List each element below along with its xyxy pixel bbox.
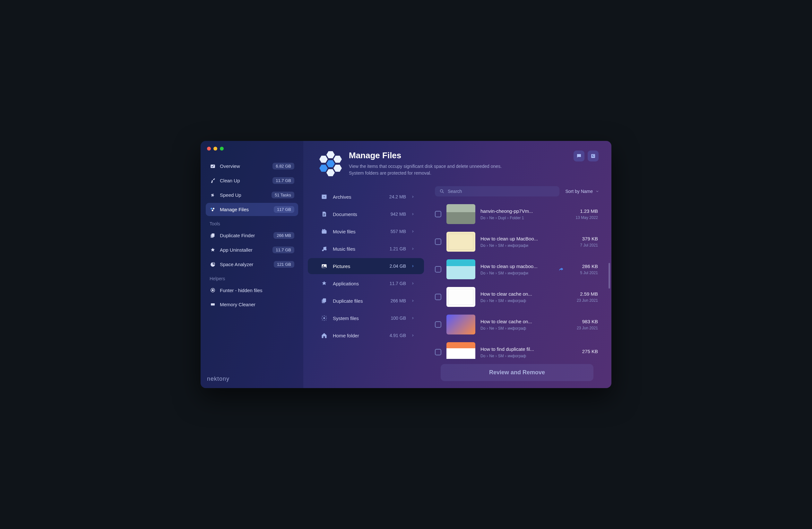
app-window: Overview 6.82 GB Clean Up 11.7 GB Speed … [201,141,611,388]
file-path: Do › Ne › Dupl › Folder 1 [480,216,564,220]
file-name: How to clear cache on... [480,291,564,297]
category-archives[interactable]: Archives 24.2 MB [308,189,424,205]
file-path: Do › Ne › SM › инфограф [480,326,564,331]
svg-point-26 [440,190,443,192]
file-date: 5 Jul 2021 [569,271,598,275]
category-size: 942 MB [383,212,406,217]
category-label: Home folder [333,333,378,338]
file-row[interactable]: How to clean up macboo... Do › Ne › SM ›… [432,256,601,283]
main-pane: Manage Files View the items that occupy … [303,141,611,388]
file-checkbox[interactable] [435,321,441,328]
svg-point-2 [213,208,214,209]
svg-point-19 [322,250,323,251]
category-size: 11.7 GB [383,281,406,286]
maximize-window-button[interactable] [220,147,224,151]
space-icon [209,261,216,268]
file-checkbox[interactable] [435,239,441,245]
sidebar-item-speed-up[interactable]: Speed Up 51 Tasks [206,188,298,202]
category-music-files[interactable]: Music files 1.21 GB [308,241,424,257]
duplicate-icon [209,232,216,239]
file-row[interactable]: How to clear cache on... Do › Ne › SM › … [432,283,601,311]
file-row[interactable]: How to find duplicate fil... Do › Ne › S… [432,338,601,359]
sidebar-item-overview[interactable]: Overview 6.82 GB [206,159,298,173]
review-remove-button[interactable]: Review and Remove [441,364,593,381]
file-meta: 275 KB [569,348,598,356]
category-system-files[interactable]: System files 100 GB [308,310,424,326]
overview-icon [209,163,216,170]
header: Manage Files View the items that occupy … [303,141,611,184]
sidebar-item-memory-cleaner[interactable]: Memory Cleaner [206,298,298,311]
file-info: How to clear cache on... Do › Ne › SM › … [480,319,564,331]
svg-point-22 [323,265,324,266]
chevron-down-icon [595,189,599,193]
category-duplicate-files[interactable]: Duplicate files 266 MB [308,293,424,309]
category-documents[interactable]: Documents 942 MB [308,206,424,222]
sidebar-item-label: Space Analyzer [220,262,270,267]
file-size: 2.59 MB [569,291,598,297]
sort-dropdown[interactable]: Sort by Name [565,189,599,194]
file-size: 1.23 MB [569,208,598,214]
category-pictures[interactable]: Pictures 2.04 GB [308,258,424,274]
minimize-window-button[interactable] [214,147,217,151]
sidebar-item-manage-files[interactable]: Manage Files 117 GB [206,203,298,216]
svg-rect-10 [592,155,593,156]
file-thumbnail [447,259,475,279]
category-applications[interactable]: Applications 11.7 GB [308,275,424,291]
category-size: 266 MB [383,298,406,303]
category-home-folder[interactable]: Home folder 4.91 GB [308,327,424,343]
cleanup-icon [209,177,216,184]
file-checkbox[interactable] [435,349,441,355]
file-info: How to clear cache on... Do › Ne › SM › … [480,291,564,303]
sidebar-item-badge: 121 GB [274,261,294,268]
sidebar-item-funter-hidden-files[interactable]: Funter - hidden files [206,284,298,297]
news-button[interactable] [588,151,598,161]
sidebar-item-clean-up[interactable]: Clean Up 11.7 GB [206,174,298,187]
file-checkbox[interactable] [435,294,441,300]
sidebar-item-space-analyzer[interactable]: Space Analyzer 121 GB [206,258,298,271]
manage-icon [209,206,216,213]
file-name: How to clean up MacBoo... [480,236,564,241]
sidebar-item-app-uninstaller[interactable]: App Uninstaller 11.7 GB [206,243,298,256]
home-icon [321,332,328,339]
header-text: Manage Files View the items that occupy … [349,151,502,176]
search-input[interactable] [448,189,555,194]
file-size: 983 KB [569,319,598,324]
sidebar-item-label: Duplicate Finder [220,233,270,238]
file-name: How to find duplicate fil... [480,346,564,352]
chevron-right-icon [411,281,414,286]
brand-logo: nektony [206,375,298,382]
sidebar-item-badge: 117 GB [274,206,294,213]
file-row[interactable]: How to clean up MacBoo... Do › Ne › SM ›… [432,228,601,256]
category-size: 2.04 GB [383,263,406,269]
music-icon [321,245,328,252]
close-window-button[interactable] [207,147,211,151]
file-meta: 286 KB 5 Jul 2021 [569,263,598,275]
svg-rect-24 [322,300,325,303]
archive-icon [321,193,328,200]
svg-rect-9 [591,154,595,158]
category-size: 100 GB [383,316,406,321]
sidebar-item-badge: 51 Tasks [272,191,294,198]
uninstall-icon [209,247,216,253]
file-checkbox[interactable] [435,211,441,217]
svg-point-1 [211,208,212,209]
sidebar-item-duplicate-finder[interactable]: Duplicate Finder 266 MB [206,229,298,242]
sidebar-item-badge: 11.7 GB [273,177,294,184]
sidebar-item-label: App Uninstaller [220,247,269,253]
svg-point-20 [325,249,327,251]
scrollbar-thumb[interactable] [609,263,610,289]
file-row[interactable]: hanvin-cheong-pp7Vm... Do › Ne › Dupl › … [432,200,601,228]
category-movie-files[interactable]: Movie files 557 MB [308,224,424,240]
file-info: How to find duplicate fil... Do › Ne › S… [480,346,564,358]
category-label: System files [333,316,378,321]
file-meta: 2.59 MB 23 Jun 2021 [569,291,598,303]
file-date: 23 Jun 2021 [569,298,598,303]
file-name: hanvin-cheong-pp7Vm... [480,208,564,214]
search-field[interactable] [435,186,560,197]
file-info: How to clean up MacBoo... Do › Ne › SM ›… [480,236,564,248]
file-row[interactable]: How to clear cache on... Do › Ne › SM › … [432,311,601,338]
category-label: Documents [333,212,378,217]
file-checkbox[interactable] [435,266,441,273]
chat-button[interactable] [574,151,584,161]
svg-rect-5 [211,234,214,238]
